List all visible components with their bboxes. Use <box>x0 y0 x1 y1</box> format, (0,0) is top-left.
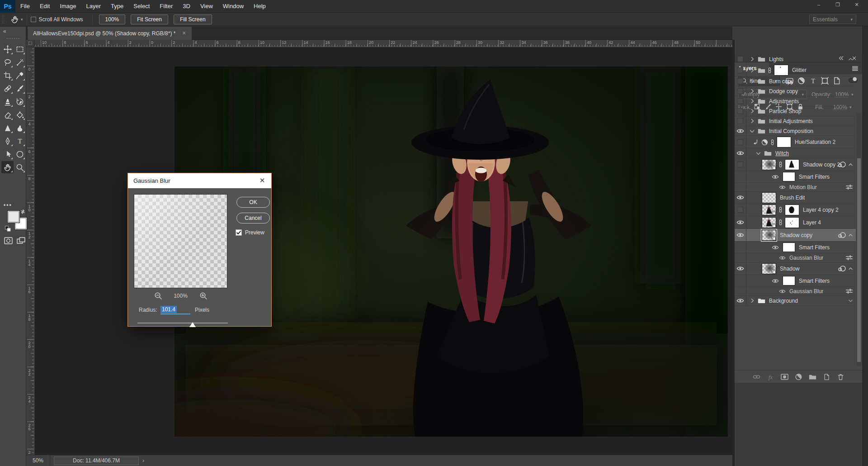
layer-row-initial-composition[interactable]: Initial Composition <box>735 126 856 136</box>
eye-icon[interactable] <box>772 245 779 250</box>
ellipse-tool[interactable] <box>14 148 26 160</box>
chevron-right-icon[interactable] <box>749 56 755 62</box>
brush-tool[interactable] <box>14 82 26 95</box>
layer-name[interactable]: Layer 4 copy 2 <box>803 207 839 213</box>
visibility-well[interactable] <box>737 162 743 167</box>
mask-thumbnail[interactable] <box>785 159 799 170</box>
layer-name[interactable]: Lights <box>769 56 783 62</box>
layer-thumbnail[interactable] <box>762 159 776 170</box>
horizontal-ruler[interactable]: 1086420246810121416182022242628303234363… <box>34 40 732 47</box>
ruler-origin[interactable] <box>26 40 34 47</box>
eraser-tool[interactable] <box>1 109 14 121</box>
quick-selection-tool[interactable] <box>14 56 26 68</box>
eye-icon[interactable] <box>736 298 744 303</box>
scroll-all-windows-checkbox[interactable] <box>31 17 36 22</box>
zoom-in-icon[interactable] <box>199 292 207 300</box>
type-tool[interactable]: T <box>14 135 26 147</box>
zoom-tool[interactable] <box>14 161 26 173</box>
quick-mask-button[interactable] <box>4 237 13 244</box>
layer-name[interactable]: Adjustments <box>769 98 799 105</box>
new-layer-icon[interactable] <box>823 373 830 380</box>
radius-slider[interactable] <box>137 323 228 323</box>
cancel-button[interactable]: Cancel <box>236 213 270 223</box>
layer-row-lights[interactable]: Lights <box>735 54 856 64</box>
layer-row-particle-shop[interactable]: Particle Shop <box>735 106 856 116</box>
lasso-tool[interactable] <box>1 56 14 68</box>
menu-type[interactable]: Type <box>106 0 128 13</box>
scrollbar-thumb[interactable] <box>857 158 861 362</box>
status-options-chevron[interactable]: › <box>142 457 144 464</box>
eye-icon[interactable] <box>779 256 786 260</box>
close-tab-icon[interactable]: ✕ <box>182 30 186 36</box>
layer-row-glitter[interactable]: Glitter <box>735 64 856 76</box>
eye-icon[interactable] <box>772 175 779 179</box>
layer-row-shadow-copy[interactable]: Shadow copy <box>735 229 856 242</box>
layer-row-smart-filters[interactable]: Smart Filters <box>735 275 856 287</box>
menu-edit[interactable]: Edit <box>35 0 55 13</box>
smart-filter-icon[interactable] <box>837 161 846 168</box>
layer-row-layer-4-copy-2[interactable]: Layer 4 copy 2 <box>735 204 856 216</box>
eye-icon[interactable] <box>736 220 744 225</box>
blur-preview[interactable] <box>134 194 227 288</box>
eye-icon[interactable] <box>779 289 786 294</box>
smudge-tool[interactable] <box>14 122 26 134</box>
visibility-well[interactable] <box>737 118 743 124</box>
layer-row-motion-blur[interactable]: Motion Blur <box>735 183 856 192</box>
edit-toolbar-button[interactable]: ••• <box>4 202 12 208</box>
restore-button[interactable]: ❐ <box>828 0 847 9</box>
dialog-close-icon[interactable]: ✕ <box>258 176 267 185</box>
dialog-title[interactable]: Gaussian Blur <box>128 173 271 188</box>
layer-name[interactable]: Layer 4 <box>803 219 821 226</box>
filter-mask-thumbnail[interactable] <box>783 276 795 285</box>
chevron-right-icon[interactable] <box>749 108 755 114</box>
layer-row-burn-copy[interactable]: Burn copy <box>735 76 856 86</box>
collapse-filters-icon[interactable] <box>848 233 853 237</box>
visibility-well[interactable] <box>737 108 743 114</box>
eye-icon[interactable] <box>736 151 744 156</box>
ok-button[interactable]: OK <box>236 197 270 208</box>
mask-thumbnail[interactable] <box>785 204 799 215</box>
close-button[interactable]: ✕ <box>847 0 866 9</box>
menu-help[interactable]: Help <box>249 0 271 13</box>
eye-icon[interactable] <box>779 185 786 190</box>
layer-name[interactable]: Initial Composition <box>769 128 813 134</box>
eye-icon[interactable] <box>736 266 744 271</box>
menu-image[interactable]: Image <box>55 0 81 13</box>
layer-thumbnail[interactable] <box>762 204 776 215</box>
mask-thumbnail[interactable] <box>774 65 788 76</box>
crop-tool[interactable] <box>1 69 14 81</box>
menu-select[interactable]: Select <box>128 0 155 13</box>
chevron-right-icon[interactable] <box>749 118 755 124</box>
layer-name[interactable]: Motion Blur <box>789 184 817 190</box>
chevron-right-icon[interactable] <box>749 78 755 84</box>
adjustment-layer-icon[interactable] <box>795 373 802 380</box>
rectangular-marquee-tool[interactable] <box>14 43 26 55</box>
layer-row-gaussian-blur[interactable]: Gaussian Blur <box>735 253 856 262</box>
filter-blending-options-icon[interactable] <box>845 184 853 190</box>
layer-row-initial-adjustments[interactable]: Initial Adjustments <box>735 116 856 126</box>
fit-screen-button[interactable]: Fit Screen <box>131 14 168 24</box>
layer-name[interactable]: Smart Filters <box>799 244 830 251</box>
hand-tool-icon[interactable] <box>10 15 19 24</box>
layer-row-adjustments[interactable]: Adjustments <box>735 96 856 106</box>
menu-view[interactable]: View <box>195 0 218 13</box>
tool-preset-chevron-icon[interactable]: ▾ <box>21 17 23 22</box>
chevron-right-icon[interactable] <box>749 88 755 94</box>
hand-tool[interactable] <box>1 161 14 173</box>
layer-name[interactable]: Gaussian Blur <box>789 288 823 295</box>
document-tab[interactable]: AllHallowsEve150dpi.psd @ 50% (Shadow co… <box>28 27 192 40</box>
filter-blending-options-icon[interactable] <box>845 255 853 261</box>
layer-thumbnail[interactable] <box>762 263 776 274</box>
scroll-down-icon[interactable] <box>848 299 853 303</box>
filter-mask-thumbnail[interactable] <box>783 243 795 252</box>
menu-3d[interactable]: 3D <box>178 0 195 13</box>
layer-row-witch[interactable]: Witch <box>735 148 856 158</box>
layer-name[interactable]: Dodge copy <box>769 88 798 95</box>
menu-file[interactable]: File <box>15 0 35 13</box>
layer-name[interactable]: Gaussian Blur <box>789 255 823 261</box>
layer-name[interactable]: Burn copy <box>769 78 793 85</box>
collapse-filters-icon[interactable] <box>848 162 853 166</box>
collapse-tools-icon[interactable]: « <box>3 28 6 34</box>
menu-filter[interactable]: Filter <box>155 0 178 13</box>
status-zoom-level[interactable]: 50% <box>26 457 50 464</box>
